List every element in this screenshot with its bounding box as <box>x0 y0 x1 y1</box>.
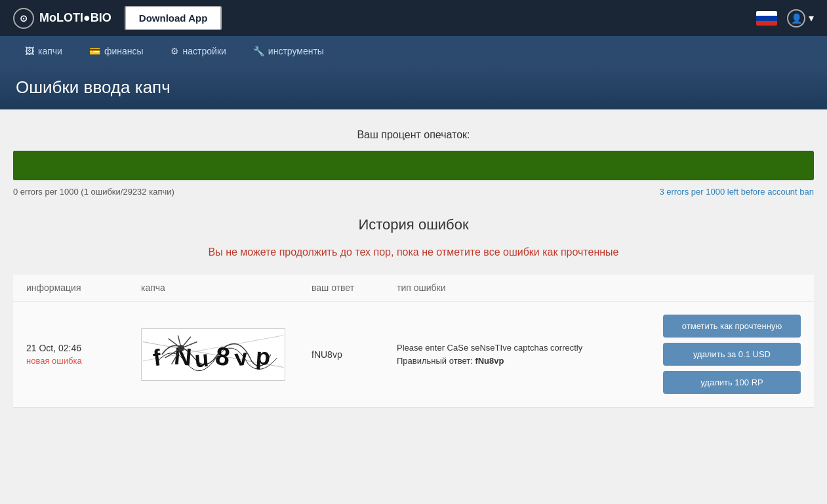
table-row: 21 Oct, 02:46 новая ошибка f N u 8 <box>13 301 814 408</box>
finance-nav-label: финансы <box>104 46 144 56</box>
mark-as-read-button[interactable]: отметить как прочтенную <box>663 315 801 338</box>
captcha-nav-label: капчи <box>38 46 62 56</box>
page-title: Ошибки ввода капч <box>16 77 811 98</box>
new-error-label: новая ошибка <box>26 356 141 366</box>
cell-info: 21 Oct, 02:46 новая ошибка <box>26 343 141 366</box>
progress-label-right: 3 errors per 1000 left before account ba… <box>659 187 814 197</box>
nav-item-tools[interactable]: 🔧 инструменты <box>241 39 336 63</box>
error-rate-section: Ваш процент опечаток: 0 errors per 1000 … <box>13 129 814 197</box>
settings-nav-icon: ⚙ <box>171 46 179 56</box>
settings-nav-label: настройки <box>183 46 226 56</box>
cell-answer: fNU8vp <box>312 349 397 360</box>
main-nav: 🖼 капчи 💳 финансы ⚙ настройки 🔧 инструме… <box>0 36 827 66</box>
svg-text:p: p <box>255 342 272 370</box>
delete-usd-button[interactable]: удалить за 0.1 USD <box>663 343 801 366</box>
delete-rp-button[interactable]: удалить 100 RP <box>663 371 801 394</box>
svg-point-15 <box>178 345 184 351</box>
correct-answer-value: fNu8vp <box>475 356 504 366</box>
cell-actions: отметить как прочтенную удалить за 0.1 U… <box>663 315 801 394</box>
tools-nav-label: инструменты <box>268 46 324 56</box>
user-menu[interactable]: 👤 ▾ <box>787 9 814 28</box>
cell-captcha: f N u 8 v p <box>141 328 312 381</box>
history-title: История ошибок <box>13 216 814 233</box>
nav-item-settings[interactable]: ⚙ настройки <box>159 39 238 63</box>
col-header-error-type: тип ошибки <box>397 282 663 293</box>
logo-text: MoLOTI●BIO <box>39 11 111 25</box>
tools-nav-icon: 🔧 <box>253 46 264 56</box>
user-avatar-icon: 👤 <box>787 9 805 28</box>
progress-fill <box>13 151 17 180</box>
warning-message: Вы не можете продолжить до тех пор, пока… <box>13 246 814 258</box>
logo-icon: ⊙ <box>13 8 34 29</box>
error-description: Please enter CaSe seNseTIve captchas cor… <box>397 341 663 355</box>
cell-error-type: Please enter CaSe seNseTIve captchas cor… <box>397 341 663 367</box>
header: ⊙ MoLOTI●BIO Download App 👤 ▾ <box>0 0 827 36</box>
user-caret-icon: ▾ <box>809 12 814 24</box>
captcha-image: f N u 8 v p <box>141 328 285 381</box>
finance-nav-icon: 💳 <box>89 46 100 56</box>
error-rate-title: Ваш процент опечаток: <box>13 129 814 141</box>
correct-answer-line: Правильный ответ: fNu8vp <box>397 355 663 368</box>
correct-answer-label: Правильный ответ: <box>397 356 473 366</box>
main-content: Ваш процент опечаток: 0 errors per 1000 … <box>0 109 827 427</box>
col-header-actions <box>663 282 801 293</box>
col-header-captcha: капча <box>141 282 312 293</box>
logo: ⊙ MoLOTI●BIO <box>13 8 111 29</box>
header-left: ⊙ MoLOTI●BIO Download App <box>13 6 222 30</box>
nav-item-finance[interactable]: 💳 финансы <box>77 39 155 63</box>
progress-labels: 0 errors per 1000 (1 ошибки/29232 капчи)… <box>13 187 814 197</box>
error-date: 21 Oct, 02:46 <box>26 343 141 353</box>
col-header-answer: ваш ответ <box>312 282 397 293</box>
header-right: 👤 ▾ <box>756 9 814 28</box>
page-title-bar: Ошибки ввода капч <box>0 66 827 109</box>
user-answer-text: fNU8vp <box>312 349 342 360</box>
captcha-svg: f N u 8 v p <box>142 329 285 380</box>
col-header-info: информация <box>26 282 141 293</box>
svg-text:u: u <box>193 345 210 372</box>
download-app-button[interactable]: Download App <box>125 6 222 30</box>
captcha-nav-icon: 🖼 <box>25 46 34 56</box>
error-progress-bar <box>13 151 814 180</box>
table-header: информация капча ваш ответ тип ошибки <box>13 275 814 301</box>
nav-item-captcha[interactable]: 🖼 капчи <box>13 39 74 63</box>
progress-label-left: 0 errors per 1000 (1 ошибки/29232 капчи) <box>13 187 174 197</box>
russian-flag-icon <box>756 11 777 26</box>
